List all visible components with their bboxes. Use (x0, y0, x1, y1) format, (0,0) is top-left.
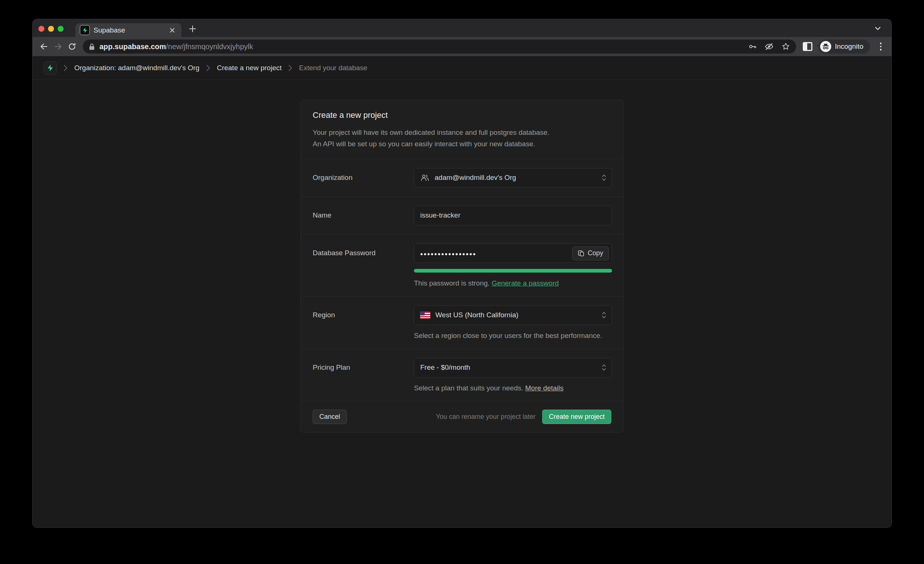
password-input[interactable]: •••••••••••••••• Copy (414, 244, 612, 263)
region-row: Region West US (North California) Select… (301, 296, 623, 349)
generate-password-link[interactable]: Generate a password (492, 279, 559, 287)
tab-list-chevron-down-icon[interactable] (872, 24, 884, 33)
pricing-value: Free - $0/month (420, 364, 470, 372)
reload-button[interactable] (65, 39, 79, 54)
supabase-favicon-icon (80, 25, 90, 35)
region-label: Region (313, 305, 414, 340)
select-caret-icon (602, 364, 606, 372)
tab-title: Supabase (93, 26, 164, 34)
password-strength-bar (414, 269, 612, 272)
supabase-logo-icon[interactable] (44, 61, 57, 75)
desktop-background: Supabase (0, 0, 924, 564)
omnibox-actions (748, 42, 790, 51)
bookmark-star-icon[interactable] (782, 42, 790, 51)
name-value: issue-tracker (420, 211, 460, 219)
close-window-button[interactable] (39, 26, 44, 32)
organization-select[interactable]: adam@windmill.dev's Org (414, 168, 612, 188)
password-label: Database Password (313, 244, 414, 287)
tab-strip: Supabase (33, 19, 891, 37)
new-tab-button[interactable] (185, 21, 200, 36)
breadcrumb-item-create-project[interactable]: Create a new project (217, 64, 282, 72)
us-flag-icon (420, 312, 430, 319)
url-text[interactable]: app.supabase.com/new/jfnsmqoynldvxjyhpyl… (99, 42, 743, 51)
name-row: Name issue-tracker (301, 197, 623, 235)
ssl-lock-icon[interactable] (89, 43, 95, 51)
password-key-icon[interactable] (748, 42, 757, 51)
cancel-button[interactable]: Cancel (313, 410, 346, 424)
more-details-link[interactable]: More details (525, 384, 564, 392)
name-input[interactable]: issue-tracker (414, 206, 612, 225)
organization-row: Organization adam@windmill.dev's Org (301, 159, 623, 197)
name-label: Name (313, 206, 414, 225)
incognito-icon (820, 41, 831, 52)
tab-close-icon[interactable] (167, 25, 177, 35)
browser-toolbar: app.supabase.com/new/jfnsmqoynldvxjyhpyl… (33, 37, 891, 56)
pricing-helper-text: Select a plan that suits your needs. (414, 384, 524, 392)
organization-label: Organization (313, 168, 414, 188)
window-controls (39, 26, 64, 32)
breadcrumb-item-organization[interactable]: Organization: adam@windmill.dev's Org (74, 64, 200, 72)
back-button[interactable] (37, 39, 51, 54)
breadcrumb-item-extend-database: Extend your database (299, 64, 368, 72)
forward-button[interactable] (51, 39, 65, 54)
password-masked-value: •••••••••••••••• (420, 248, 476, 258)
incognito-badge: Incognito (818, 39, 870, 54)
minimize-window-button[interactable] (48, 26, 54, 32)
supabase-page: Organization: adam@windmill.dev's Org Cr… (33, 56, 891, 527)
address-bar[interactable]: app.supabase.com/new/jfnsmqoynldvxjyhpyl… (83, 39, 796, 54)
copy-icon (578, 250, 584, 257)
pricing-row: Pricing Plan Free - $0/month Select a pl… (301, 349, 623, 401)
breadcrumb-chevron-icon (288, 64, 292, 71)
create-project-card: Create a new project Your project will h… (300, 100, 624, 432)
card-header: Create a new project (301, 100, 623, 120)
browser-menu-icon[interactable] (874, 39, 887, 54)
card-description: Your project will have its own dedicated… (301, 120, 623, 159)
description-line-2: An API will be set up so you can easily … (313, 138, 611, 150)
organization-value: adam@windmill.dev's Org (435, 174, 516, 182)
url-path: /new/jfnsmqoynldvxjyhpylk (166, 42, 253, 51)
eye-off-icon[interactable] (764, 42, 774, 51)
password-strength-text: This password is strong. (414, 279, 490, 287)
maximize-window-button[interactable] (58, 26, 64, 32)
select-caret-icon (602, 174, 606, 182)
region-select[interactable]: West US (North California) (414, 305, 612, 325)
side-panel-icon[interactable] (803, 42, 812, 51)
breadcrumb-chevron-icon (64, 64, 68, 71)
create-new-project-button[interactable]: Create new project (542, 410, 611, 424)
browser-window: Supabase (33, 19, 891, 527)
browser-tab-supabase[interactable]: Supabase (75, 23, 182, 37)
pricing-select[interactable]: Free - $0/month (414, 358, 612, 377)
password-helper: This password is strong. Generate a pass… (414, 279, 612, 287)
pricing-helper: Select a plan that suits your needs. Mor… (414, 384, 612, 392)
region-helper: Select a region close to your users for … (414, 332, 612, 340)
copy-password-button[interactable]: Copy (572, 246, 609, 260)
select-caret-icon (602, 311, 606, 319)
url-domain: app.supabase.com (99, 42, 166, 51)
page-title: Create a new project (313, 111, 611, 120)
region-value: West US (North California) (435, 311, 519, 319)
description-line-1: Your project will have its own dedicated… (313, 127, 611, 138)
breadcrumb-chevron-icon (206, 64, 210, 71)
rename-hint-text: You can rename your project later (436, 413, 536, 421)
pricing-label: Pricing Plan (313, 358, 414, 392)
users-icon (420, 173, 429, 182)
incognito-label: Incognito (835, 42, 863, 51)
card-footer: Cancel You can rename your project later… (301, 401, 623, 432)
password-row: Database Password •••••••••••••••• Copy (301, 235, 623, 296)
breadcrumb: Organization: adam@windmill.dev's Org Cr… (33, 56, 891, 80)
copy-button-label: Copy (588, 249, 603, 257)
